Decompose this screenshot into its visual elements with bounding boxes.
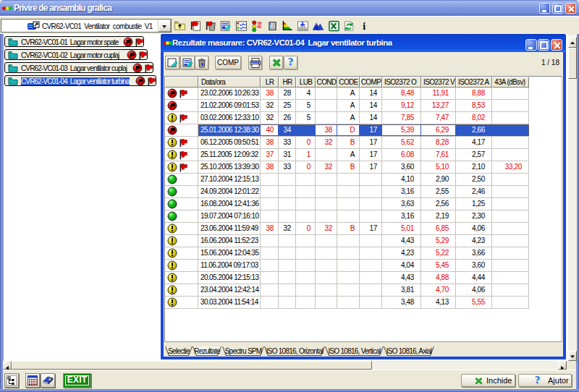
svg-text:45: 45 [257,25,261,29]
svg-text:i: i [363,20,365,32]
